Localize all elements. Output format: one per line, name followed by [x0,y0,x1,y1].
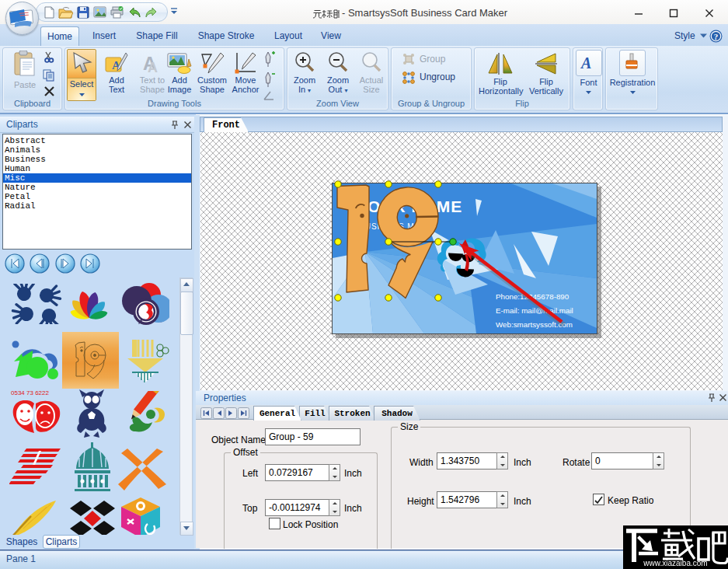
svg-text:?: ? [714,32,719,41]
svg-text:0534 73 6222: 0534 73 6222 [11,389,49,396]
svg-text:A: A [580,54,591,72]
svg-text:A: A [148,60,158,75]
